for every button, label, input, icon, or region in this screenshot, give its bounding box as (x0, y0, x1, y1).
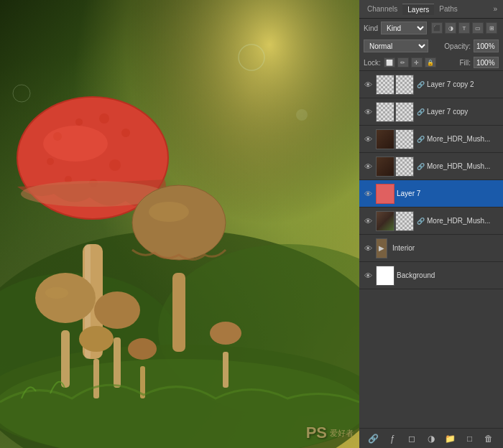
kind-row: Kind Kind ⬛ ◑ T ▭ ⊞ (359, 19, 503, 37)
filter-icons: ⬛ ◑ T ▭ ⊞ (430, 22, 499, 34)
link-icon: 🔗 (416, 108, 425, 116)
app-container: PS 爱好者 Channels Layers Paths » Kind Kind… (0, 0, 503, 448)
layer-name-morehdr2: More_HDR_Mush... (427, 162, 500, 170)
layer-thumb-area (376, 102, 414, 122)
lock-icons: ⬜ ✏ ✛ 🔒 (384, 57, 436, 67)
kind-select[interactable]: Kind (381, 22, 427, 34)
text-filter-icon[interactable]: T (458, 22, 470, 34)
layer-item-morehdr2[interactable]: 👁 🔗 More_HDR_Mush... (359, 153, 503, 180)
layer-mask-thumb (395, 129, 414, 149)
visibility-toggle-morehdr1[interactable]: 👁 (362, 134, 374, 145)
layer-thumb-area: ▶ (376, 238, 387, 258)
opacity-input[interactable] (474, 39, 499, 52)
layer-thumb-area (376, 129, 414, 149)
layer-thumb-area (376, 75, 414, 95)
fill-label: Fill: (459, 59, 471, 67)
add-mask-btn[interactable]: ◻ (405, 431, 419, 446)
layer-item-interior[interactable]: 👁 ▶ Interior (359, 235, 503, 262)
link-icon: 🔗 (416, 80, 425, 89)
fill-input[interactable] (474, 57, 499, 68)
opacity-label: Opacity: (444, 42, 471, 50)
layer-mask-thumb (395, 75, 414, 95)
layer-name-interior: Interior (392, 244, 500, 252)
visibility-toggle-background[interactable]: 👁 (362, 270, 374, 281)
lock-fill-row: Lock: ⬜ ✏ ✛ 🔒 Fill: (359, 55, 503, 71)
visibility-toggle-layer7[interactable]: 👁 (362, 188, 374, 200)
svg-point-18 (43, 126, 108, 162)
svg-rect-20 (172, 273, 185, 352)
layer-mask-thumb (395, 211, 414, 231)
layer-name-layer7copy2: Layer 7 copy 2 (427, 80, 500, 88)
layer-name-morehdr1: More_HDR_Mush... (427, 135, 500, 143)
mushroom-scene (0, 0, 359, 448)
layer-item-morehdr1[interactable]: 👁 🔗 More_HDR_Mush... (359, 126, 503, 153)
link-icon: 🔗 (416, 217, 425, 225)
layer-item-layer7[interactable]: 👁 Layer 7 (359, 180, 503, 207)
lock-paint-btn[interactable]: ✏ (397, 57, 409, 67)
canvas-area: PS 爱好者 (0, 0, 359, 448)
layer-name-layer7: Layer 7 (397, 190, 500, 197)
layer-thumb-area (376, 184, 394, 204)
visibility-toggle-layer7copy2[interactable]: 👁 (362, 79, 374, 90)
delete-layer-btn[interactable]: 🗑 (481, 431, 496, 446)
svg-point-28 (94, 291, 140, 329)
add-style-btn[interactable]: ƒ (385, 431, 400, 446)
layer-thumb-area (376, 157, 414, 177)
watermark: PS 爱好者 (306, 424, 354, 442)
link-icon: 🔗 (416, 162, 425, 171)
svg-point-30 (79, 326, 114, 352)
lock-transparent-btn[interactable]: ⬜ (384, 57, 395, 67)
layer-name-morehdr3: More_HDR_Mush... (427, 217, 500, 225)
add-adjustment-btn[interactable]: ◑ (424, 431, 438, 446)
blend-opacity-row: Normal Opacity: (359, 37, 503, 55)
svg-point-23 (149, 202, 189, 222)
folder-icon: ▶ (376, 238, 387, 258)
layer-mask-thumb (395, 102, 414, 122)
layer-thumb-content (376, 129, 394, 149)
svg-point-26 (45, 287, 68, 299)
tab-layers[interactable]: Layers (402, 4, 434, 15)
layer-item-layer7copy2[interactable]: 👁 🔗 Layer 7 copy 2 (359, 71, 503, 98)
blend-mode-select[interactable]: Normal (364, 39, 428, 52)
layer-item-background[interactable]: 👁 Background (359, 262, 503, 289)
layers-list: 👁 🔗 Layer 7 copy 2 👁 🔗 Layer 7 copy (359, 71, 503, 428)
pixel-filter-icon[interactable]: ⬛ (431, 22, 443, 34)
visibility-toggle-interior[interactable]: 👁 (362, 243, 374, 254)
layer-thumb-area (376, 266, 394, 286)
svg-point-25 (35, 273, 96, 323)
add-group-btn[interactable]: 📁 (443, 431, 458, 446)
svg-point-37 (296, 109, 308, 121)
layer-mask-thumb (395, 157, 414, 177)
svg-point-15 (109, 159, 121, 171)
svg-point-34 (210, 322, 241, 345)
visibility-toggle-layer7copy[interactable]: 👁 (362, 106, 374, 118)
svg-rect-24 (61, 330, 70, 388)
svg-point-14 (47, 158, 54, 165)
svg-point-12 (99, 113, 109, 123)
layer-item-morehdr3[interactable]: 👁 🔗 More_HDR_Mush... (359, 207, 503, 235)
layer-thumb-content (376, 157, 394, 177)
new-layer-btn[interactable]: □ (463, 431, 477, 446)
visibility-toggle-morehdr2[interactable]: 👁 (362, 161, 374, 172)
layers-panel: Channels Layers Paths » Kind Kind ⬛ ◑ T … (359, 0, 503, 448)
layer-item-layer7copy[interactable]: 👁 🔗 Layer 7 copy (359, 98, 503, 126)
link-icon: 🔗 (416, 135, 425, 144)
layers-bottom-toolbar: 🔗 ƒ ◻ ◑ 📁 □ 🗑 (359, 428, 503, 448)
link-layers-btn[interactable]: 🔗 (366, 431, 380, 446)
tab-paths[interactable]: Paths (434, 4, 463, 14)
tab-channels[interactable]: Channels (362, 4, 402, 14)
layer-thumb-content (376, 211, 394, 231)
visibility-toggle-morehdr3[interactable]: 👁 (362, 215, 374, 227)
shape-filter-icon[interactable]: ▭ (472, 22, 484, 34)
svg-rect-33 (223, 352, 229, 388)
tab-overflow-arrows[interactable]: » (490, 5, 500, 13)
smart-filter-icon[interactable]: ⊞ (486, 22, 497, 34)
adjust-filter-icon[interactable]: ◑ (445, 22, 456, 34)
layer-thumb-content (376, 266, 394, 286)
lock-move-btn[interactable]: ✛ (411, 57, 423, 67)
site-name: 爱好者 (330, 428, 354, 439)
lock-all-btn[interactable]: 🔒 (425, 57, 436, 67)
svg-point-13 (121, 129, 130, 137)
svg-point-32 (128, 338, 157, 360)
lock-label: Lock: (364, 59, 381, 67)
